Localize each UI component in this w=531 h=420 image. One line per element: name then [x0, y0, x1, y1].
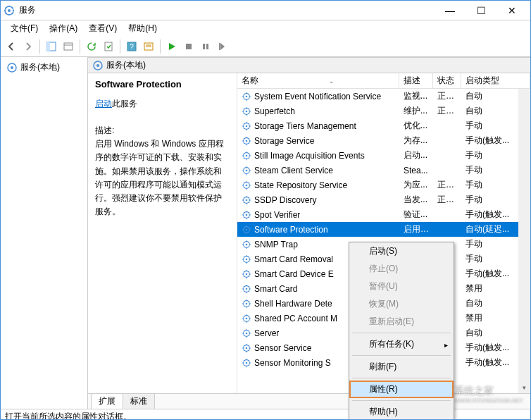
- toolbar-separator: [160, 39, 161, 54]
- service-desc-cell: 维护...: [399, 105, 433, 117]
- service-row[interactable]: State Repository Service为应...正在...手动: [237, 178, 530, 192]
- ctx-properties[interactable]: 属性(R): [349, 381, 454, 398]
- column-header-desc[interactable]: 描述: [399, 73, 433, 88]
- ctx-help[interactable]: 帮助(H): [349, 403, 454, 420]
- scroll-down-icon[interactable]: ▾: [518, 381, 530, 393]
- right-pane: 服务(本地) Software Protection 启动此服务 描述: 启用 …: [88, 57, 530, 409]
- restart-service-button[interactable]: [215, 39, 230, 54]
- right-pane-body: Software Protection 启动此服务 描述: 启用 Windows…: [88, 73, 530, 393]
- svg-point-43: [246, 258, 248, 260]
- svg-rect-3: [47, 42, 50, 51]
- ctx-resume: 恢复(M): [349, 295, 454, 313]
- ctx-pause: 暂停(U): [349, 278, 454, 295]
- app-icon: [4, 5, 15, 16]
- service-desc-cell: Stea...: [399, 166, 433, 175]
- toolbar: ?: [1, 36, 530, 57]
- svg-rect-12: [186, 44, 192, 49]
- ctx-all-tasks[interactable]: 所有任务(K)▸: [349, 335, 454, 353]
- svg-point-53: [246, 332, 248, 334]
- show-hide-tree-button[interactable]: [44, 39, 59, 54]
- toolbar-separator: [39, 39, 40, 54]
- menu-action[interactable]: 操作(A): [44, 21, 83, 36]
- start-service-button[interactable]: [164, 39, 180, 54]
- forward-button[interactable]: [20, 39, 36, 54]
- menu-help[interactable]: 帮助(H): [123, 21, 163, 36]
- ctx-refresh[interactable]: 刷新(F): [349, 358, 454, 376]
- service-desc-cell: 监视...: [399, 90, 433, 102]
- service-row[interactable]: Still Image Acquisition Events启动...手动: [237, 148, 530, 163]
- refresh-button[interactable]: [84, 39, 99, 54]
- minimize-button[interactable]: —: [435, 1, 466, 20]
- menu-view[interactable]: 查看(V): [83, 21, 123, 36]
- service-name-cell: State Repository Service: [237, 180, 399, 190]
- column-header-name[interactable]: 名称⌄: [237, 73, 399, 88]
- vertical-scrollbar[interactable]: ▾: [518, 89, 530, 393]
- menu-file[interactable]: 文件(F): [5, 21, 44, 36]
- start-service-link[interactable]: 启动: [95, 99, 112, 109]
- service-row[interactable]: Storage Tiers Management优化...手动: [237, 118, 530, 133]
- pause-service-button[interactable]: [198, 39, 213, 54]
- svg-point-25: [246, 125, 248, 127]
- close-button[interactable]: ✕: [496, 1, 527, 20]
- back-button[interactable]: [4, 39, 19, 54]
- export-button[interactable]: [101, 39, 116, 54]
- svg-point-51: [246, 317, 248, 319]
- tab-standard[interactable]: 标准: [123, 393, 155, 409]
- service-row[interactable]: SSDP Discovery当发...正在...手动: [237, 192, 530, 207]
- svg-point-37: [246, 214, 248, 216]
- svg-rect-4: [64, 43, 73, 50]
- svg-point-49: [246, 302, 248, 304]
- svg-point-55: [246, 347, 248, 349]
- right-pane-header: 服务(本地): [88, 58, 530, 73]
- help-button[interactable]: ?: [124, 39, 139, 54]
- svg-point-27: [246, 140, 248, 142]
- svg-point-1: [8, 9, 11, 12]
- svg-point-19: [96, 64, 99, 67]
- ctx-separator: [352, 400, 451, 401]
- service-row[interactable]: Storage Service为存...手动(触发...: [237, 133, 530, 148]
- service-desc-cell: 为存...: [399, 135, 433, 147]
- statusbar-text: 打开当前所选内容的属性对话框。: [5, 411, 132, 420]
- toolbar-separator: [120, 39, 120, 54]
- service-row[interactable]: Steam Client ServiceStea...手动: [237, 163, 530, 178]
- service-name-cell: Superfetch: [237, 106, 399, 116]
- service-desc-cell: 为应...: [399, 179, 433, 191]
- svg-point-31: [246, 169, 248, 171]
- svg-point-57: [246, 362, 248, 364]
- svg-point-41: [246, 243, 248, 245]
- service-status-cell: 正在...: [433, 194, 461, 206]
- service-status-cell: 正在...: [433, 105, 461, 117]
- left-tree-pane: 服务(本地): [1, 57, 88, 409]
- detail-pane: Software Protection 启动此服务 描述: 启用 Windows…: [88, 73, 237, 393]
- stop-service-button[interactable]: [181, 39, 196, 54]
- svg-point-23: [246, 110, 248, 112]
- service-name-cell: Still Image Acquisition Events: [237, 151, 399, 161]
- service-name-cell: Software Protection: [237, 225, 399, 235]
- properties-button[interactable]: [61, 39, 76, 54]
- context-menu: 启动(S) 停止(O) 暂停(U) 恢复(M) 重新启动(E) 所有任务(K)▸…: [349, 242, 454, 420]
- maximize-button[interactable]: ☐: [466, 1, 496, 20]
- svg-rect-13: [203, 44, 205, 49]
- sort-indicator-icon: ⌄: [329, 78, 335, 85]
- toolbar-separator: [80, 39, 80, 54]
- svg-point-47: [246, 288, 248, 290]
- service-status-cell: 正在...: [433, 179, 461, 191]
- service-name-cell: System Event Notification Service: [237, 92, 399, 101]
- svg-rect-14: [206, 44, 208, 49]
- column-header-status[interactable]: 状态: [433, 73, 461, 88]
- service-row[interactable]: Spot Verifier验证...手动(触发...: [237, 207, 530, 222]
- service-row[interactable]: System Event Notification Service监视...正在…: [237, 89, 530, 104]
- bottom-tabs: 扩展 标准: [88, 393, 530, 409]
- service-row[interactable]: Software Protection启用 ...自动(延迟...: [237, 222, 530, 237]
- window-title: 服务: [19, 4, 435, 16]
- ctx-separator: [352, 333, 451, 333]
- service-desc-cell: 优化...: [399, 120, 433, 132]
- service-name-cell: Spot Verifier: [237, 210, 399, 220]
- ctx-start[interactable]: 启动(S): [349, 242, 454, 260]
- column-header-startup[interactable]: 启动类型: [461, 73, 530, 88]
- right-header-title: 服务(本地): [106, 59, 146, 71]
- info-button[interactable]: [141, 39, 156, 54]
- tree-root-services[interactable]: 服务(本地): [4, 60, 85, 75]
- tab-extended[interactable]: 扩展: [91, 393, 123, 409]
- service-row[interactable]: Superfetch维护...正在...自动: [237, 104, 530, 118]
